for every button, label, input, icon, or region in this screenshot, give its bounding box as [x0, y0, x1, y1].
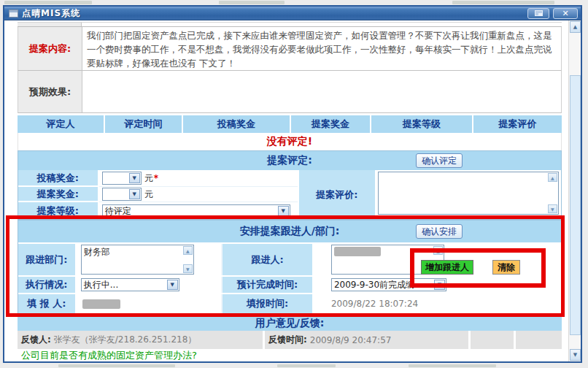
feedback-person-label: 反馈人: — [21, 334, 51, 346]
scrollbar-thumb[interactable] — [570, 75, 581, 335]
listbox-scrollbar[interactable]: ▲ ▼ — [182, 245, 193, 274]
scroll-up-icon[interactable]: ▲ — [183, 246, 193, 255]
assignment-section-title: 安排提案跟进人/部门: — [240, 225, 340, 238]
feedback-section-header: 用户意见/反馈: — [18, 316, 562, 331]
evaluation-section: 提案评定: 确认评定 投稿奖金: 提案奖金: 提案等级: ▼ — [18, 150, 562, 220]
scroll-down-icon[interactable]: ▼ — [548, 204, 557, 213]
background-fragment — [219, 1, 285, 4]
proposal-content-text: 我们部门把固定资产盘点已完成，接下来应由谁来管理固定资产，如何设置管理？不要下次… — [82, 27, 561, 70]
evaluation-form: 投稿奖金: 提案奖金: 提案等级: ▼ 元 * — [18, 170, 561, 219]
window-title: 点晴MIS系统 — [22, 7, 524, 20]
redacted-filler-name — [82, 299, 120, 309]
mis-dialog-window: 点晴MIS系统 ✕ 提案内容: 我们部门把固定资产盘点已完成，接下来应由谁来管理… — [3, 5, 582, 363]
proposal-grade-value: 待评定 — [105, 206, 131, 216]
confirm-evaluation-button[interactable]: 确认评定 — [416, 153, 463, 168]
clear-button[interactable]: 清除 — [492, 260, 520, 275]
proposal-grade-label: 提案等级: — [18, 202, 99, 219]
feedback-empty-cell — [471, 331, 516, 349]
execution-status-value: 执行中... — [84, 280, 118, 290]
follow-row: 跟进部门: 财务部 ▲ ▼ 跟进人: — [18, 242, 561, 275]
close-button[interactable]: ✕ — [553, 8, 578, 19]
scroll-up-icon[interactable]: ▲ — [570, 21, 581, 33]
follow-dept-listbox[interactable]: 财务部 ▲ ▼ — [81, 245, 194, 275]
proposal-content-row: 提案内容: 我们部门把固定资产盘点已完成，接下来应由谁来管理固定资产，如何设置管… — [18, 27, 562, 71]
fill-time-label: 填报时间: — [223, 294, 314, 313]
proposal-comment-textarea[interactable]: ▲ ▼ — [378, 172, 559, 215]
no-evaluation-message: 没有评定! — [18, 133, 562, 150]
expected-effect-row: 预期效果: — [18, 71, 562, 113]
partial-row — [18, 22, 562, 27]
dropdown-arrow-icon[interactable]: ▼ — [129, 189, 140, 199]
execution-status-select[interactable]: 执行中... ▼ — [81, 278, 179, 291]
feedback-question: 公司目前是否有成熟的固定资产管理办法? — [18, 349, 562, 361]
background-fragment — [4, 1, 92, 4]
col-proposal-award: 提案奖金 — [291, 115, 371, 133]
background-fragment — [452, 1, 554, 4]
background-fragment — [277, 364, 336, 367]
background-fragment — [58, 364, 175, 367]
scroll-up-icon[interactable]: ▲ — [433, 246, 443, 255]
feedback-time-value: 2009/8/9 20:47:57 — [310, 335, 392, 345]
background-fragment — [409, 364, 496, 367]
col-submit-award: 投稿奖金 — [183, 115, 291, 133]
textarea-scrollbar[interactable]: ▲ ▼ — [547, 172, 558, 214]
evaluation-section-header: 提案评定: 确认评定 — [18, 151, 561, 170]
proposal-award-label: 提案奖金: — [18, 187, 99, 202]
execution-status-label: 执行情况: — [18, 277, 77, 293]
assignment-section-header: 安排提案跟进人/部门: 确认安排 — [18, 221, 561, 242]
filler-label: 填 报 人: — [18, 294, 77, 313]
feedback-empty-cell — [516, 331, 562, 349]
dropdown-arrow-icon[interactable]: ▼ — [278, 206, 289, 216]
add-follower-button[interactable]: 增加跟进人 — [421, 260, 473, 275]
col-proposal-grade: 提案等级 — [371, 115, 473, 133]
window-icon — [9, 9, 18, 18]
col-evaluator: 评定人 — [18, 115, 105, 133]
feedback-row: 反馈人: 张学友（张学友/218.26.251.218） 反馈时间: 2009/… — [18, 331, 562, 349]
filler-row: 填 报 人: 填报时间: 2009/8/22 18:07:24 — [18, 293, 561, 313]
restore-icon — [535, 10, 543, 16]
feedback-time-label: 反馈时间: — [268, 334, 307, 346]
submit-award-select[interactable]: ▼ — [102, 172, 142, 185]
dialog-content: 提案内容: 我们部门把固定资产盘点已完成，接下来应由谁来管理固定资产，如何设置管… — [4, 20, 581, 361]
expected-finish-select[interactable]: 2009-9-30前完成编 ▼ — [331, 278, 446, 291]
follow-dept-label: 跟进部门: — [18, 244, 77, 275]
expected-effect-label: 预期效果: — [18, 71, 82, 112]
submit-award-unit: 元 — [144, 172, 153, 185]
expected-finish-value: 2009-9-30前完成编 — [334, 280, 414, 290]
vertical-scrollbar[interactable]: ▲ ▼ — [568, 20, 581, 361]
evaluation-section-title: 提案评定: — [267, 154, 312, 167]
redacted-person-name — [334, 247, 381, 256]
proposal-content-label: 提案内容: — [18, 27, 82, 70]
submit-award-label: 投稿奖金: — [18, 170, 99, 187]
fill-time-value: 2009/8/22 18:07:24 — [331, 299, 418, 309]
scroll-down-icon[interactable]: ▼ — [183, 264, 193, 273]
required-mark: * — [154, 173, 158, 183]
feedback-person-value: 张学友（张学友/218.26.251.218） — [54, 334, 196, 346]
proposal-award-select[interactable]: ▼ — [102, 188, 142, 201]
feedback-section-title: 用户意见/反馈: — [255, 317, 325, 330]
dropdown-arrow-icon[interactable]: ▼ — [167, 280, 178, 290]
col-proposal-comment: 提案评价 — [473, 115, 562, 133]
scroll-up-icon[interactable]: ▲ — [548, 173, 557, 182]
dropdown-arrow-icon[interactable]: ▼ — [129, 173, 140, 183]
dropdown-arrow-icon[interactable]: ▼ — [434, 280, 445, 290]
proposal-award-unit: 元 — [144, 188, 153, 201]
title-bar: 点晴MIS系统 ✕ — [4, 7, 581, 20]
proposal-comment-label: 提案评价: — [298, 170, 376, 219]
col-eval-time: 评定时间 — [105, 115, 183, 133]
restore-button[interactable] — [527, 8, 549, 19]
confirm-assignment-button[interactable]: 确认安排 — [416, 224, 463, 239]
follow-dept-value: 财务部 — [82, 245, 193, 259]
evaluation-header-row: 评定人 评定时间 投稿奖金 提案奖金 提案等级 提案评价 — [18, 115, 562, 133]
execution-row: 执行情况: 执行中... ▼ 预计完成时间: 2009-9-30前完成编 ▼ — [18, 275, 561, 293]
assignment-section: 安排提案跟进人/部门: 确认安排 跟进部门: 财务部 ▲ ▼ — [18, 220, 562, 314]
scroll-down-icon[interactable]: ▼ — [570, 349, 581, 361]
expected-finish-label: 预计完成时间: — [223, 277, 314, 293]
expected-effect-text — [82, 71, 561, 112]
follow-person-label: 跟进人: — [223, 244, 314, 275]
proposal-grade-select[interactable]: 待评定 ▼ — [102, 204, 290, 218]
